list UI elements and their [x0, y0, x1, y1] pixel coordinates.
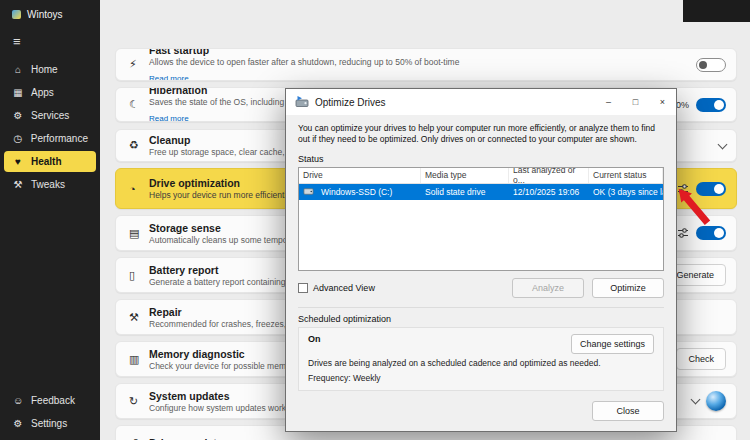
- drive-row-windows-ssd[interactable]: Windows-SSD (C:) Solid state drive 12/10…: [299, 184, 663, 200]
- drivers-updates-icon: ↺: [129, 437, 149, 440]
- health-icon: ♥: [12, 156, 24, 167]
- card-controls: 40%: [671, 98, 726, 112]
- app-title: Wintoys: [27, 9, 63, 20]
- sidebar-item-health[interactable]: ♥ Health: [4, 151, 96, 172]
- media-type-cell: Solid state drive: [421, 187, 509, 197]
- card-title: Fast startup: [149, 48, 696, 56]
- advanced-view-option[interactable]: Advanced View: [298, 283, 504, 293]
- sidebar-item-label: Feedback: [31, 395, 75, 406]
- dialog-title: Optimize Drives: [315, 97, 595, 108]
- card-controls: [696, 58, 726, 72]
- sidebar-item-feedback[interactable]: ☺ Feedback: [4, 390, 96, 411]
- card-controls: Check: [676, 348, 726, 370]
- close-button[interactable]: Close: [592, 401, 664, 421]
- check-button[interactable]: Check: [676, 348, 726, 370]
- sidebar-nav: ⌂ Home ▦ Apps ⚙ Services ◷ Performance ♥…: [0, 59, 100, 195]
- drive-icon: [303, 186, 314, 197]
- sidebar-item-label: Apps: [31, 87, 54, 98]
- minimize-button[interactable]: –: [595, 89, 622, 115]
- home-icon: ⌂: [12, 64, 24, 75]
- analyze-button[interactable]: Analyze: [512, 278, 584, 298]
- maximize-button[interactable]: □: [622, 89, 649, 115]
- sidebar-item-label: Settings: [31, 418, 67, 429]
- apps-icon: ▦: [12, 87, 24, 98]
- column-header-current-status[interactable]: Current status: [589, 168, 663, 183]
- divider: [298, 307, 664, 308]
- scheduled-frequency: Frequency: Weekly: [308, 373, 654, 383]
- advanced-view-checkbox[interactable]: [298, 283, 308, 293]
- battery-report-icon: ▯: [129, 269, 149, 282]
- dialog-titlebar[interactable]: Optimize Drives – □ ×: [286, 89, 676, 115]
- drive-name: Windows-SSD (C:): [317, 187, 396, 197]
- storage-sense-icon: ▤: [129, 227, 149, 240]
- system-updates-icon: ↻: [129, 395, 149, 408]
- sidebar-item-label: Services: [31, 110, 69, 121]
- memory-diagnostic-icon: ▥: [129, 353, 149, 366]
- last-analyzed-cell: 12/10/2025 19:06: [509, 187, 589, 197]
- storage-sense-options-icon[interactable]: [677, 227, 689, 239]
- cleanup-icon: ♻: [129, 139, 149, 152]
- card-subtitle: Allows the device to open faster after a…: [149, 57, 696, 67]
- card-text: Fast startup Allows the device to open f…: [149, 48, 696, 81]
- drives-table-header: Drive Media type Last analyzed or o... C…: [299, 168, 663, 184]
- update-globe-icon: [706, 391, 726, 411]
- services-icon: ⚙: [12, 110, 24, 121]
- optimize-drives-icon: [295, 95, 309, 109]
- chevron-down-icon[interactable]: [691, 395, 701, 405]
- optimize-button[interactable]: Optimize: [592, 278, 664, 298]
- scheduled-state: On: [308, 334, 563, 344]
- current-status-cell: OK (3 days since last retrim): [589, 187, 663, 197]
- status-label: Status: [298, 154, 664, 164]
- column-header-media-type[interactable]: Media type: [421, 168, 509, 183]
- card-controls: [719, 144, 726, 148]
- tweaks-icon: ⚒: [12, 179, 24, 190]
- fast-startup-icon: ⚡: [129, 58, 149, 71]
- sidebar-item-performance[interactable]: ◷ Performance: [4, 128, 96, 149]
- read-more-link[interactable]: Read more: [149, 114, 189, 122]
- red-arrow-annotation: [676, 186, 718, 228]
- card-controls: [692, 391, 726, 411]
- sidebar-item-tweaks[interactable]: ⚒ Tweaks: [4, 174, 96, 195]
- feedback-icon: ☺: [12, 395, 24, 406]
- close-window-button[interactable]: ×: [649, 89, 676, 115]
- sidebar-item-home[interactable]: ⌂ Home: [4, 59, 96, 80]
- drive-optimization-icon: ◔: [129, 183, 149, 195]
- settings-icon: ⚙: [12, 418, 24, 429]
- drives-table: Drive Media type Last analyzed or o... C…: [298, 167, 664, 271]
- sidebar-item-label: Health: [31, 156, 62, 167]
- advanced-view-label: Advanced View: [313, 283, 375, 293]
- hibernation-icon: ☾: [129, 98, 149, 111]
- sidebar-item-settings[interactable]: ⚙ Settings: [4, 413, 96, 434]
- app-logo-icon: [12, 10, 21, 19]
- dialog-intro-text: You can optimize your drives to help you…: [298, 123, 664, 146]
- dialog-body: You can optimize your drives to help you…: [286, 115, 676, 431]
- fast-startup-toggle[interactable]: [696, 58, 726, 72]
- sidebar-item-label: Tweaks: [31, 179, 65, 190]
- drive-name-cell: Windows-SSD (C:): [299, 186, 421, 197]
- dialog-actions-row: Advanced View Analyze Optimize: [298, 278, 664, 298]
- sidebar-bottom-nav: ☺ Feedback ⚙ Settings: [0, 388, 100, 436]
- hibernation-toggle[interactable]: [696, 98, 726, 112]
- sidebar-item-label: Performance: [31, 133, 88, 144]
- sidebar-item-label: Home: [31, 64, 58, 75]
- performance-icon: ◷: [12, 133, 24, 144]
- column-header-last-analyzed[interactable]: Last analyzed or o...: [509, 168, 589, 183]
- sidebar-item-apps[interactable]: ▦ Apps: [4, 82, 96, 103]
- scheduled-optimization-box: On Change settings Drives are being anal…: [298, 327, 664, 391]
- card-controls: [677, 226, 726, 240]
- sidebar-item-services[interactable]: ⚙ Services: [4, 105, 96, 126]
- column-header-drive[interactable]: Drive: [299, 168, 421, 183]
- storage-sense-toggle[interactable]: [696, 226, 726, 240]
- read-more-link[interactable]: Read more: [149, 74, 189, 81]
- optimize-drives-dialog: Optimize Drives – □ × You can optimize y…: [285, 88, 677, 432]
- chevron-down-icon[interactable]: [718, 139, 728, 149]
- change-settings-button[interactable]: Change settings: [571, 334, 654, 354]
- dialog-footer: Close: [298, 400, 664, 421]
- scheduled-description: Drives are being analyzed on a scheduled…: [308, 358, 654, 368]
- screen: Wintoys ≡ ⌂ Home ▦ Apps ⚙ Services ◷ Per…: [0, 0, 750, 440]
- sidebar: Wintoys ≡ ⌂ Home ▦ Apps ⚙ Services ◷ Per…: [0, 0, 100, 440]
- menu-icon[interactable]: ≡: [0, 20, 100, 49]
- app-brand: Wintoys: [0, 0, 100, 20]
- repair-icon: ⚒: [129, 311, 149, 324]
- card-fast-startup[interactable]: ⚡ Fast startup Allows the device to open…: [115, 48, 737, 81]
